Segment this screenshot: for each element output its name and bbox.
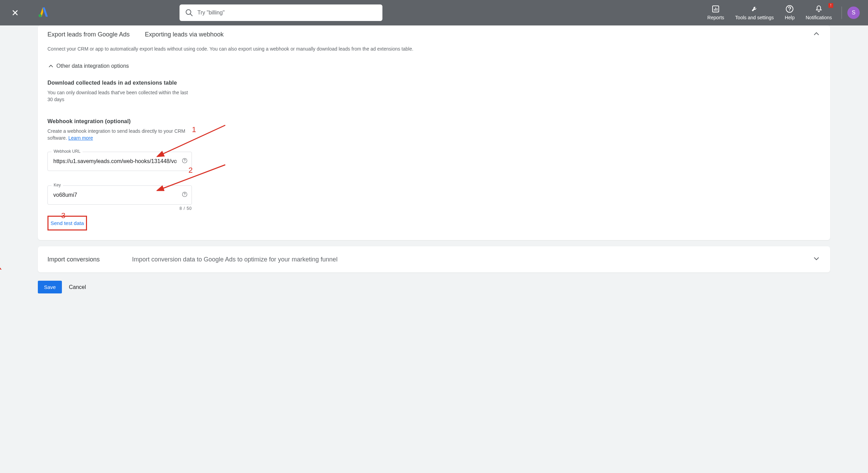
key-char-count: 8 / 50 (47, 206, 192, 211)
webhook-desc: Create a webhook integration to send lea… (47, 128, 192, 141)
import-desc: Import conversion data to Google Ads to … (132, 256, 337, 263)
cancel-button[interactable]: Cancel (69, 284, 86, 290)
svg-point-9 (184, 162, 185, 162)
export-leads-card: Export leads from Google Ads Exporting l… (38, 25, 830, 240)
help-button[interactable]: Help (781, 5, 799, 21)
notifications-label: Notifications (806, 14, 832, 21)
chevron-up-icon (47, 63, 54, 69)
expander-label: Other data integration options (56, 63, 129, 69)
reports-label: Reports (707, 14, 724, 21)
webhook-url-label: Webhook URL (52, 149, 83, 154)
card-header: Export leads from Google Ads Exporting l… (47, 25, 821, 39)
svg-rect-5 (717, 8, 717, 11)
webhook-url-input[interactable] (47, 152, 192, 171)
test-button-highlight: Send test data (47, 216, 87, 230)
svg-rect-3 (714, 9, 715, 11)
chevron-up-icon (812, 30, 821, 38)
tools-button[interactable]: Tools and settings (731, 5, 778, 21)
notification-badge: ! (828, 3, 833, 8)
svg-point-7 (789, 10, 790, 11)
webhook-heading: Webhook integration (optional) (47, 118, 821, 125)
close-icon[interactable] (11, 9, 19, 17)
card-subtitle: Exporting leads via webhook (145, 31, 224, 38)
notifications-button[interactable]: ! Notifications (802, 5, 836, 21)
annotation-arrow-4 (0, 242, 3, 270)
help-icon (182, 191, 188, 197)
card-description: Connect your CRM or app to automatically… (47, 46, 821, 52)
wrench-icon (750, 5, 759, 13)
key-field-wrapper: Key (47, 185, 192, 205)
webhook-url-field-wrapper: Webhook URL (47, 152, 192, 171)
svg-point-0 (39, 14, 42, 17)
import-title: Import conversions (47, 256, 100, 263)
import-conversions-card[interactable]: Import conversions Import conversion dat… (38, 246, 830, 272)
key-help[interactable] (182, 191, 188, 199)
svg-point-11 (184, 195, 185, 196)
download-heading: Download collected leads in ad extension… (47, 80, 821, 86)
bell-icon (815, 5, 823, 13)
reports-button[interactable]: Reports (703, 5, 728, 21)
divider (842, 7, 842, 19)
key-label: Key (52, 183, 63, 187)
header-right: Reports Tools and settings Help ! Notifi… (703, 5, 860, 21)
webhook-url-help[interactable] (182, 158, 188, 165)
send-test-data-button[interactable]: Send test data (49, 217, 85, 229)
chevron-down-icon (812, 255, 821, 263)
save-button[interactable]: Save (38, 281, 62, 293)
learn-more-link[interactable]: Learn more (68, 135, 93, 141)
search-box[interactable] (180, 4, 382, 21)
key-input[interactable] (47, 185, 192, 205)
action-buttons: Save Cancel (38, 281, 830, 293)
content-area: Export leads from Google Ads Exporting l… (0, 25, 868, 307)
svg-rect-4 (715, 8, 716, 11)
help-label: Help (785, 14, 795, 21)
tools-label: Tools and settings (735, 14, 774, 21)
help-icon (785, 5, 794, 13)
search-icon (185, 9, 193, 17)
card-title: Export leads from Google Ads (47, 31, 130, 38)
other-options-expander[interactable]: Other data integration options (47, 63, 821, 69)
search-input[interactable] (197, 10, 377, 16)
avatar[interactable]: S (847, 7, 860, 19)
collapse-button[interactable] (812, 30, 821, 39)
download-desc: You can only download leads that've been… (47, 89, 192, 103)
expand-button[interactable] (812, 255, 821, 264)
header-bar: Reports Tools and settings Help ! Notifi… (0, 0, 868, 25)
reports-icon (712, 5, 720, 13)
google-ads-logo (36, 6, 49, 20)
help-icon (182, 158, 188, 164)
